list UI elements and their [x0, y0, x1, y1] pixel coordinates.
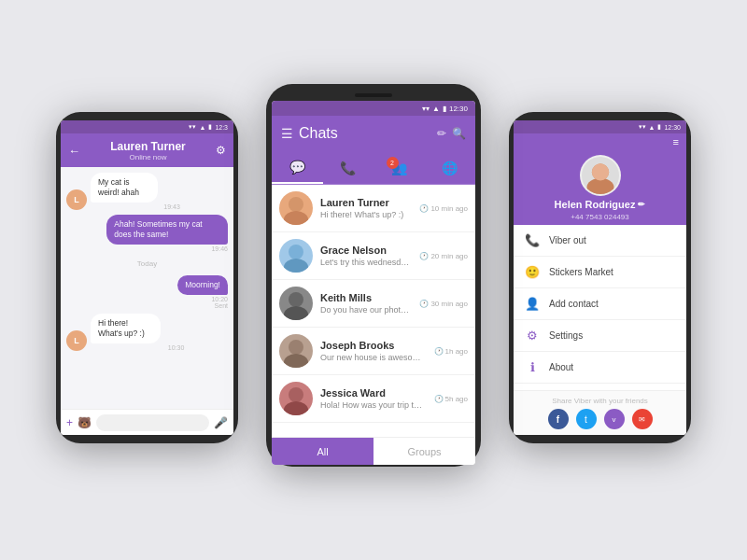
search-button[interactable]: 🔍 [452, 127, 466, 140]
chat-preview-3: Our new house is awesome! You should com… [320, 353, 427, 362]
scene: ▾▾ ▲ ▮ 12:3 ← Lauren Turner Online now ⚙… [0, 0, 747, 560]
phone-center-screen: ▾▾ ▲ ▮ 12:30 ☰ Chats ✏ 🔍 💬 📞 [272, 101, 475, 465]
svg-point-9 [284, 401, 308, 415]
tab-contacts[interactable]: 👥 2 [374, 151, 425, 184]
share-icons: f t v ✉ [519, 409, 681, 429]
back-button[interactable]: ← [68, 144, 80, 158]
chat-preview-1: Let's try this wednesday... Is that alri… [320, 258, 412, 267]
message-bubble-out-2: Ahah! Sometimes my cat does the same! [106, 215, 228, 245]
message-bubble-in-4: Hi there! What's up? :) [91, 314, 161, 343]
chat-name-4: Jessica Ward [320, 387, 427, 399]
chat-time-1: 🕐 20 min ago [419, 252, 468, 260]
viber-share-button[interactable]: v [604, 409, 625, 429]
message-sent-label: Sent [215, 302, 228, 309]
clock-icon-2: 🕐 [419, 300, 429, 308]
bottom-filter-tabs: All Groups [272, 437, 475, 465]
share-bar: Share Viber with your friends f t v ✉ [514, 390, 686, 435]
status-bar-left: ▾▾ ▲ ▮ 12:3 [61, 120, 233, 133]
tab-more[interactable]: 🌐 [425, 151, 476, 184]
chat-name-1: Grace Nelson [320, 245, 412, 256]
chat-preview-4: Hola! How was your trip to Dominican Rep… [320, 400, 427, 410]
twitter-share-button[interactable]: t [576, 409, 597, 429]
contact-status: Online now [86, 153, 210, 161]
clock-icon-0: 🕐 [419, 204, 429, 213]
tab-calls[interactable]: 📞 [323, 151, 374, 184]
phone-right: ▾▾ ▲ ▮ 12:30 ≡ Helen Rodrigu [509, 112, 691, 443]
status-bar-right: ▾▾ ▲ ▮ 12:30 [514, 120, 686, 133]
menu-item-settings[interactable]: ⚙ Settings [514, 320, 686, 352]
mic-icon[interactable]: 🎤 [214, 416, 228, 429]
contact-info: Lauren Turner Online now [86, 140, 210, 161]
chat-time-4: 🕐 5h ago [434, 395, 468, 403]
avatar-small-2: L [66, 330, 87, 351]
add-contact-icon: 👤 [525, 297, 540, 311]
message-time-1: 19:43 [91, 203, 180, 210]
message-row-4: L Hi there! What's up? :) 10:30 [66, 314, 228, 351]
svg-point-4 [289, 292, 303, 307]
chat-item-1[interactable]: Grace Nelson Let's try this wednesday...… [272, 232, 475, 280]
svg-point-12 [591, 163, 608, 180]
wifi-icon: ▲ [199, 124, 205, 131]
filter-all[interactable]: All [272, 438, 374, 465]
edit-button[interactable]: ✏ [437, 127, 446, 140]
tab-chats[interactable]: 💬 [272, 151, 323, 184]
about-icon: ℹ [525, 360, 540, 374]
profile-name: Helen Rodriguez ✏ [555, 199, 646, 210]
chat-item-3[interactable]: Joseph Brooks Our new house is awesome! … [272, 328, 475, 375]
battery-icon-c: ▮ [443, 105, 446, 113]
avatar-joseph [279, 334, 313, 368]
svg-point-11 [586, 177, 613, 195]
chat-name-3: Joseph Brooks [320, 340, 427, 351]
chat-time-3: 🕐 1h ago [434, 347, 468, 356]
settings-button[interactable]: ⚙ [216, 144, 226, 157]
status-bar-center: ▾▾ ▲ ▮ 12:30 [272, 101, 475, 116]
phone-left-screen: ▾▾ ▲ ▮ 12:3 ← Lauren Turner Online now ⚙… [61, 120, 233, 435]
battery-icon: ▮ [208, 123, 212, 131]
chat-tab-icon: 💬 [289, 160, 305, 175]
chat-info-0: Lauren Turner Hi there! What's up? :) [320, 197, 412, 219]
chat-info-4: Jessica Ward Hola! How was your trip to … [320, 387, 427, 410]
settings-icon: ⚙ [525, 329, 540, 343]
menu-icon-right[interactable]: ≡ [673, 136, 679, 147]
header-chats: ☰ Chats ✏ 🔍 [272, 116, 475, 151]
message-time-2: 19:46 [211, 245, 228, 252]
menu-label-settings: Settings [549, 330, 583, 341]
menu-item-stickers[interactable]: 🙂 Stickers Market [514, 257, 686, 288]
svg-point-1 [284, 211, 308, 225]
chat-time-2: 🕐 30 min ago [419, 300, 468, 308]
messages-area: L My cat is weird! ahah 19:43 Ahah! Some… [61, 167, 233, 409]
tab-bar: 💬 📞 👥 2 🌐 [272, 151, 475, 185]
contact-name: Lauren Turner [86, 140, 210, 153]
chat-item-0[interactable]: Lauren Turner Hi there! What's up? :) 🕐 … [272, 185, 475, 232]
chat-item-4[interactable]: Jessica Ward Hola! How was your trip to … [272, 375, 475, 423]
menu-item-add-contact[interactable]: 👤 Add contact [514, 288, 686, 320]
svg-point-0 [289, 197, 303, 212]
message-input-bar: + 🐻 🎤 [61, 409, 233, 435]
chat-preview-2: Do you have our photos from the nye? [320, 305, 412, 315]
sticker-icon[interactable]: 🐻 [78, 416, 92, 429]
menu-item-viber-out[interactable]: 📞 Viber out [514, 225, 686, 257]
chat-info-1: Grace Nelson Let's try this wednesday...… [320, 245, 412, 267]
menu-label-add-contact: Add contact [549, 299, 599, 309]
svg-point-5 [284, 306, 308, 320]
chats-title: Chats [299, 125, 431, 142]
message-input[interactable] [96, 414, 209, 431]
chat-item-2[interactable]: Keith Mills Do you have our photos from … [272, 280, 475, 328]
clock-icon-4: 🕐 [434, 395, 444, 403]
call-tab-icon: 📞 [340, 161, 356, 175]
clock-icon-1: 🕐 [419, 252, 429, 260]
filter-groups[interactable]: Groups [374, 438, 475, 465]
chat-header-left: ← Lauren Turner Online now ⚙ [61, 133, 233, 167]
facebook-share-button[interactable]: f [548, 409, 569, 429]
day-divider: Today [66, 259, 228, 268]
profile-phone: +44 7543 024493 [571, 213, 629, 221]
chat-name-2: Keith Mills [320, 292, 412, 303]
avatar-small: L [66, 189, 87, 210]
add-icon[interactable]: + [66, 416, 73, 429]
menu-button[interactable]: ☰ [281, 126, 293, 141]
time-center: 12:30 [449, 105, 468, 113]
email-share-button[interactable]: ✉ [632, 409, 653, 429]
time-left: 12:3 [215, 124, 228, 131]
menu-item-about[interactable]: ℹ About [514, 352, 686, 384]
message-time-3: 10:20 [211, 296, 228, 302]
